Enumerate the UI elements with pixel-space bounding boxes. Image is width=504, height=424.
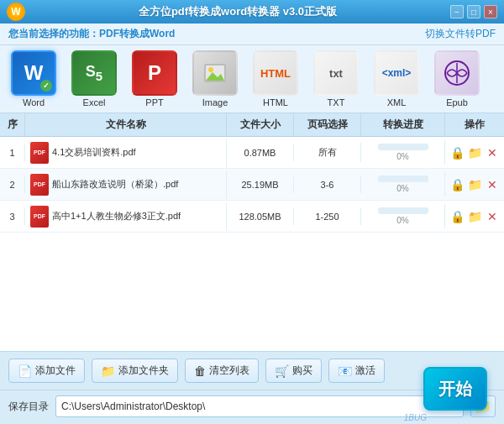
ppt-icon-img: P — [132, 50, 177, 96]
add-folder-icon: 📁 — [101, 364, 115, 378]
cell-progress-1: 0% — [361, 140, 445, 165]
mode-prefix: 您当前选择的功能： — [8, 28, 99, 39]
start-button[interactable]: 开始 — [423, 367, 487, 411]
add-file-label: 添加文件 — [35, 364, 76, 378]
clear-list-button[interactable]: 🗑 清空列表 — [185, 359, 259, 383]
tool-image[interactable]: Image — [188, 50, 242, 107]
cell-filename-3: PDF 高中1+1人教生物必修3正文.pdf — [25, 202, 227, 231]
title-text: 全方位pdf转换成word转换器 v3.0正式版 — [25, 4, 450, 19]
cell-progress-3: 0% — [361, 204, 445, 228]
excel-label: Excel — [83, 97, 106, 107]
pdf-icon-2: PDF — [30, 174, 49, 196]
cell-pages-3: 1-250 — [294, 208, 361, 225]
icon-toolbar: W ✓ Word S5 Excel P PPT — [0, 45, 504, 113]
add-folder-button[interactable]: 📁 添加文件夹 — [92, 359, 178, 383]
cell-seq-1: 1 — [0, 144, 25, 161]
tool-xml[interactable]: <xml> XML — [370, 50, 423, 107]
buy-button[interactable]: 🛒 购买 — [265, 359, 322, 383]
svg-point-2 — [208, 67, 213, 72]
mode-value: PDF转换成Word — [99, 28, 175, 39]
progress-text-3: 0% — [366, 216, 439, 225]
cell-seq-3: 3 — [0, 208, 25, 225]
cell-actions-2: 🔒 📁 ✕ — [445, 174, 504, 196]
lock-icon-1[interactable]: 🔒 — [450, 145, 465, 160]
watermark: 1BUG — [404, 413, 427, 422]
word-checkmark: ✓ — [40, 80, 52, 92]
table-header: 序 文件名称 文件大小 页码选择 转换进度 操作 — [0, 113, 504, 137]
cell-size-2: 25.19MB — [227, 176, 294, 193]
activate-label: 激活 — [355, 364, 375, 378]
buy-icon: 🛒 — [275, 364, 289, 378]
clear-list-label: 清空列表 — [209, 364, 249, 378]
action-icons-2: 🔒 📁 ✕ — [450, 177, 499, 192]
delete-icon-1[interactable]: ✕ — [486, 145, 499, 160]
xml-icon-img: <xml> — [374, 50, 419, 96]
tool-excel[interactable]: S5 Excel — [67, 50, 121, 107]
image-label: Image — [202, 97, 228, 107]
word-icon-img: W ✓ — [11, 50, 56, 96]
delete-icon-3[interactable]: ✕ — [486, 209, 499, 224]
action-icons-3: 🔒 📁 ✕ — [450, 209, 499, 224]
txt-icon-img: txt — [313, 50, 359, 96]
file-table: 序 文件名称 文件大小 页码选择 转换进度 操作 1 PDF 4.1交易培训资料… — [0, 113, 504, 351]
main-container: 您当前选择的功能：PDF转换成Word 切换文件转PDF W ✓ Word S5… — [0, 24, 504, 424]
table-row: 2 PDF 船山东路改造说明（桥梁）.pdf 25.19MB 3-6 0% 🔒 … — [0, 169, 504, 201]
cell-actions-3: 🔒 📁 ✕ — [445, 206, 504, 228]
lock-icon-2[interactable]: 🔒 — [450, 177, 465, 192]
app-logo: W — [7, 3, 25, 21]
cell-size-1: 0.87MB — [227, 144, 294, 161]
image-icon-img — [192, 50, 238, 96]
tool-html[interactable]: HTML HTML — [249, 50, 302, 107]
epub-icon-img — [434, 50, 480, 96]
excel-icon-img: S5 — [71, 50, 117, 96]
sub-header: 您当前选择的功能：PDF转换成Word 切换文件转PDF — [0, 24, 504, 45]
maximize-button[interactable]: □ — [467, 5, 480, 18]
cell-progress-2: 0% — [361, 172, 445, 196]
tool-word[interactable]: W ✓ Word — [7, 50, 60, 107]
window-controls: − □ × — [450, 5, 497, 18]
save-path-input[interactable] — [55, 395, 464, 417]
pdf-icon-3: PDF — [30, 206, 49, 228]
tool-txt[interactable]: txt TXT — [309, 50, 363, 107]
start-button-text: 开始 — [438, 378, 472, 400]
col-filename: 文件名称 — [25, 113, 227, 136]
col-actions: 操作 — [445, 113, 504, 136]
progress-bar-bg-3 — [378, 207, 428, 214]
close-button[interactable]: × — [484, 5, 497, 18]
minimize-button[interactable]: − — [450, 5, 464, 18]
buy-label: 购买 — [292, 364, 312, 378]
xml-label: XML — [387, 97, 407, 107]
progress-text-1: 0% — [366, 152, 439, 161]
cell-pages-2: 3-6 — [294, 176, 361, 193]
add-folder-label: 添加文件夹 — [118, 364, 169, 378]
lock-icon-3[interactable]: 🔒 — [450, 209, 465, 224]
add-file-icon: 📄 — [18, 364, 32, 378]
word-label: Word — [23, 97, 45, 107]
tool-epub[interactable]: Epub — [430, 50, 484, 107]
activate-button[interactable]: 📧 激活 — [328, 359, 385, 383]
col-seq: 序 — [0, 113, 25, 136]
current-mode-label: 您当前选择的功能：PDF转换成Word — [8, 27, 175, 41]
html-icon-img: HTML — [253, 50, 298, 96]
txt-label: TXT — [328, 97, 345, 107]
tool-ppt[interactable]: P PPT — [128, 50, 181, 107]
delete-icon-2[interactable]: ✕ — [486, 177, 499, 192]
folder-icon-1[interactable]: 📁 — [468, 145, 482, 160]
add-file-button[interactable]: 📄 添加文件 — [8, 359, 85, 383]
cell-pages-1: 所有 — [294, 143, 361, 162]
progress-text-2: 0% — [366, 184, 439, 193]
ppt-label: PPT — [145, 97, 163, 107]
html-label: HTML — [263, 97, 288, 107]
col-pages: 页码选择 — [294, 113, 361, 136]
folder-icon-2[interactable]: 📁 — [468, 177, 482, 192]
action-icons-1: 🔒 📁 ✕ — [450, 145, 499, 160]
title-bar: W 全方位pdf转换成word转换器 v3.0正式版 − □ × — [0, 0, 504, 24]
cell-filename-2: PDF 船山东路改造说明（桥梁）.pdf — [25, 170, 227, 199]
col-progress: 转换进度 — [361, 113, 445, 136]
progress-bar-bg-2 — [378, 175, 428, 182]
switch-link[interactable]: 切换文件转PDF — [425, 27, 496, 41]
folder-icon-3[interactable]: 📁 — [468, 209, 482, 224]
cell-filename-1: PDF 4.1交易培训资料.pdf — [25, 139, 227, 167]
table-row: 1 PDF 4.1交易培训资料.pdf 0.87MB 所有 0% 🔒 📁 ✕ — [0, 137, 504, 169]
cell-seq-2: 2 — [0, 176, 25, 193]
